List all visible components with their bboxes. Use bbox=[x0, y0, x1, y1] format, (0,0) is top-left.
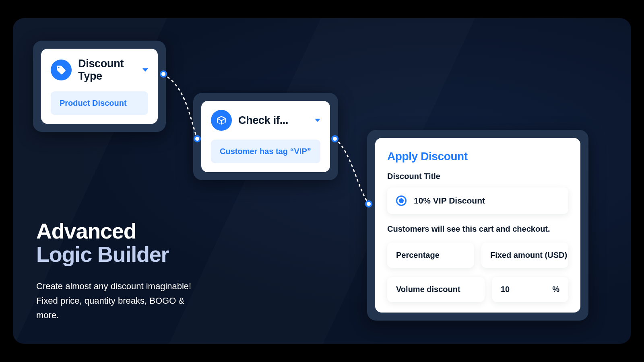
percentage-button[interactable]: Percentage bbox=[387, 243, 474, 268]
node-discount-type[interactable]: Discount Type Product Discount bbox=[33, 41, 166, 132]
node-apply-discount[interactable]: Apply Discount Discount Title 10% VIP Di… bbox=[367, 130, 588, 321]
discount-title-label: Discount Title bbox=[387, 172, 568, 181]
node-card: Apply Discount Discount Title 10% VIP Di… bbox=[375, 138, 580, 313]
volume-discount-button[interactable]: Volume discount bbox=[387, 277, 485, 302]
tag-icon bbox=[51, 60, 72, 80]
headline-line1: Advanced bbox=[36, 219, 197, 243]
discount-value-input[interactable]: 10 % bbox=[492, 277, 568, 302]
radio-selected-icon bbox=[396, 195, 407, 206]
helper-text: Customers will see this cart and checkou… bbox=[387, 224, 568, 234]
apply-discount-title: Apply Discount bbox=[387, 150, 568, 163]
canvas: Discount Type Product Discount Check if.… bbox=[13, 18, 631, 344]
headline-title: Advanced Logic Builder bbox=[36, 219, 197, 266]
chevron-down-icon bbox=[315, 119, 320, 122]
node-title: Discount Type bbox=[78, 58, 133, 82]
node-header[interactable]: Check if... bbox=[211, 110, 320, 131]
connector-dot[interactable] bbox=[365, 200, 372, 208]
fixed-amount-button[interactable]: Fixed amount (USD) bbox=[481, 243, 568, 268]
node-card: Discount Type Product Discount bbox=[41, 49, 158, 124]
discount-title-option[interactable]: 10% VIP Discount bbox=[387, 187, 568, 214]
selected-value-pill[interactable]: Customer has tag “VIP” bbox=[211, 140, 320, 163]
node-header[interactable]: Discount Type bbox=[51, 58, 148, 82]
node-card: Check if... Customer has tag “VIP” bbox=[201, 101, 330, 172]
headline-line2: Logic Builder bbox=[36, 243, 197, 266]
connector-dot[interactable] bbox=[160, 70, 167, 78]
discount-value-suffix: % bbox=[552, 285, 559, 294]
headline-description: Create almost any discount imaginable! F… bbox=[36, 279, 197, 323]
discount-title-value: 10% VIP Discount bbox=[414, 196, 485, 206]
headline-block: Advanced Logic Builder Create almost any… bbox=[36, 219, 197, 323]
discount-value: 10 bbox=[501, 285, 510, 294]
chevron-down-icon bbox=[142, 68, 148, 72]
connector-dot[interactable] bbox=[331, 135, 339, 142]
node-title: Check if... bbox=[238, 114, 305, 127]
box-icon bbox=[211, 110, 232, 131]
selected-value-pill[interactable]: Product Discount bbox=[51, 91, 148, 115]
connector-dot[interactable] bbox=[194, 135, 201, 142]
node-check-if[interactable]: Check if... Customer has tag “VIP” bbox=[193, 93, 338, 180]
